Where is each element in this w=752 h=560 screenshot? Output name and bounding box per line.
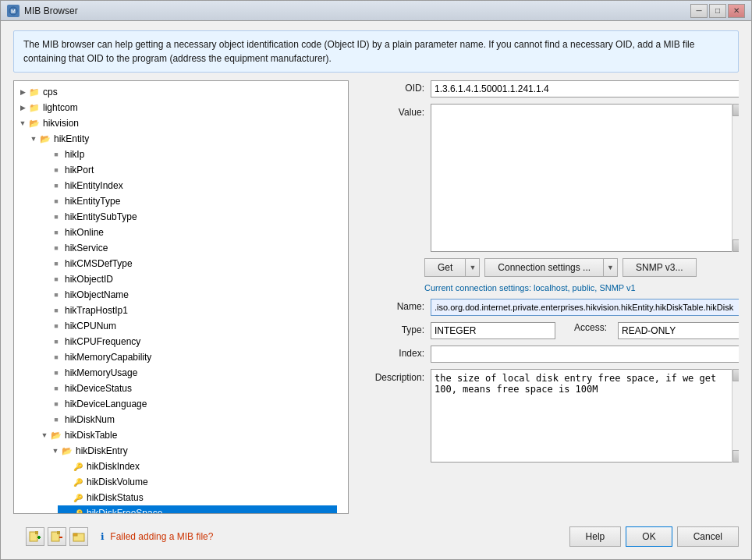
- open-mib-button[interactable]: [69, 527, 88, 546]
- access-input[interactable]: [618, 322, 739, 339]
- get-button[interactable]: Get: [424, 258, 466, 277]
- snmp-v3-button[interactable]: SNMP v3...: [623, 258, 696, 277]
- tree-label-hikdisknum: hikDiskNum: [65, 414, 115, 425]
- access-label: Access:: [574, 322, 607, 333]
- bottom-bar: ℹ Failed adding a MIB file? Help OK Canc…: [13, 522, 739, 550]
- tree-label-hikentitysubtype: hikEntitySubType: [65, 211, 137, 222]
- tree-item-hikdevicelanguage[interactable]: ▶ ■ hikDeviceLanguage: [36, 396, 337, 412]
- desc-scrollbar[interactable]: [732, 369, 739, 463]
- tree-item-hikdiskfreespace[interactable]: ▶ 🔑 hikDiskFreeSpace: [58, 505, 337, 514]
- window-title: MIB Browser: [24, 5, 690, 16]
- tree-item-hikcpufrequency[interactable]: ▶ ■ hikCPUFrequency: [36, 334, 337, 349]
- content-area: The MIB browser can help getting a neces…: [1, 21, 751, 559]
- desc-wrapper: the size of local disk entry free space,…: [431, 369, 739, 463]
- status-message: Failed adding a MIB file?: [110, 531, 213, 542]
- leaf-icon-hikdiskindex: 🔑: [72, 460, 84, 473]
- connection-settings-button[interactable]: Connection settings ...: [484, 258, 604, 277]
- leaf-icon-hikdiskstatus: 🔑: [72, 491, 84, 504]
- tree-item-hikcpunum[interactable]: ▶ ■ hikCPUNum: [36, 318, 337, 334]
- info-bar: The MIB browser can help getting a neces…: [13, 30, 739, 73]
- tree-label-hikentityindex: hikEntityIndex: [65, 180, 123, 191]
- type-access-row: Type: Access:: [358, 322, 739, 339]
- tree-item-lightcom[interactable]: ▶ 📁 lightcom: [14, 100, 337, 115]
- value-scrollbar[interactable]: [732, 104, 739, 252]
- tree-item-hikobjectid[interactable]: ▶ ■ hikObjectID: [36, 271, 337, 287]
- tree-label-hikdevicelanguage: hikDeviceLanguage: [65, 399, 147, 409]
- oid-input[interactable]: [431, 80, 739, 97]
- tree-item-hikmemorycapability[interactable]: ▶ ■ hikMemoryCapability: [36, 349, 337, 365]
- tree-label-hikvision: hikvision: [43, 118, 79, 129]
- tree-item-hikservice[interactable]: ▶ ■ hikService: [36, 240, 337, 256]
- index-input[interactable]: [431, 346, 739, 363]
- tree-item-hiktraphostip1[interactable]: ▶ ■ hikTrapHostIp1: [36, 303, 337, 318]
- value-textarea[interactable]: [431, 104, 739, 252]
- folder-icon-hikentity: 📂: [39, 133, 51, 145]
- leaf-icon-hikentityindex: ■: [50, 179, 62, 192]
- leaf-icon-hiktraphostip1: ■: [50, 304, 62, 317]
- tree-label-hikservice: hikService: [65, 243, 108, 253]
- leaf-icon-hikdevicestatus: ■: [50, 382, 62, 395]
- window-controls: ─ □ ✕: [690, 4, 745, 18]
- tree-label-hikentity: hikEntity: [54, 133, 89, 144]
- tree-item-hikentity[interactable]: ▼ 📂 hikEntity: [25, 131, 337, 147]
- tree-arrow-hikentity: ▼: [28, 133, 39, 144]
- minimize-button[interactable]: ─: [690, 4, 708, 18]
- tree-label-hikmemorycapability: hikMemoryCapability: [65, 352, 151, 363]
- tree-item-hikdisktable[interactable]: ▼ 📂 hikDiskTable: [36, 427, 337, 443]
- tree-label-hikport: hikPort: [65, 165, 94, 175]
- maximize-button[interactable]: □: [709, 4, 726, 18]
- tree-item-hikport[interactable]: ▶ ■ hikPort: [36, 162, 337, 178]
- leaf-icon-hikcpufrequency: ■: [50, 335, 62, 348]
- value-row: Value:: [358, 104, 739, 252]
- connection-info-text: Current connection settings: localhost, …: [424, 283, 636, 292]
- tree-label-hiklp: hikIp: [65, 149, 84, 160]
- help-button[interactable]: Help: [569, 526, 622, 547]
- type-input[interactable]: [431, 322, 555, 339]
- tree-label-hikdisktable: hikDiskTable: [65, 430, 117, 441]
- tree-label-hikdiskstatus: hikDiskStatus: [87, 492, 144, 503]
- tree-item-hikcmsdeftype[interactable]: ▶ ■ hikCMSDefType: [36, 256, 337, 271]
- window-icon: M: [7, 5, 20, 17]
- svg-text:M: M: [11, 9, 16, 14]
- tree-item-cps[interactable]: ▶ 📁 cps: [14, 84, 337, 100]
- leaf-icon-hikcmsdeftype: ■: [50, 257, 62, 270]
- folder-icon-hikvision: 📂: [28, 117, 41, 129]
- leaf-icon-hikdiskfreespace: 🔑: [72, 507, 84, 514]
- tree-item-hikdiskvolume[interactable]: ▶ 🔑 hikDiskVolume: [58, 474, 337, 490]
- dialog-buttons: Help OK Cancel: [569, 526, 739, 547]
- tree-item-hikonline[interactable]: ▶ ■ hikOnline: [36, 225, 337, 240]
- description-textarea[interactable]: the size of local disk entry free space,…: [431, 369, 739, 463]
- tree-item-hikmemoryusage[interactable]: ▶ ■ hikMemoryUsage: [36, 365, 337, 381]
- tree-item-hikvision[interactable]: ▼ 📂 hikvision: [14, 115, 337, 131]
- tree-panel[interactable]: ▶ 📁 cps ▶ 📁 lightcom ▼ 📂 hikvisio: [13, 80, 349, 514]
- tree-item-hiklp[interactable]: ▶ ■ hikIp: [36, 147, 337, 162]
- cancel-button[interactable]: Cancel: [677, 526, 739, 547]
- mib-browser-window: M MIB Browser ─ □ ✕ The MIB browser can …: [0, 0, 752, 560]
- button-row: Get ▼ Connection settings ... ▼ SNMP v3.…: [424, 258, 739, 277]
- remove-icon: [51, 530, 63, 543]
- tree-arrow-cps: ▶: [17, 87, 28, 97]
- remove-mib-button[interactable]: [48, 527, 66, 546]
- name-input[interactable]: [431, 299, 739, 316]
- tree-item-hikdiskentry[interactable]: ▼ 📂 hikDiskEntry: [47, 443, 337, 459]
- index-row: Index:: [358, 346, 739, 363]
- tree-label-hikentitytype: hikEntityType: [65, 196, 120, 207]
- connection-settings-dropdown[interactable]: ▼: [604, 258, 618, 277]
- tree-item-hikdiskstatus[interactable]: ▶ 🔑 hikDiskStatus: [58, 490, 337, 505]
- tree-item-hikentityindex[interactable]: ▶ ■ hikEntityIndex: [36, 178, 337, 193]
- tree-item-hikobjectname[interactable]: ▶ ■ hikObjectName: [36, 287, 337, 303]
- ok-button[interactable]: OK: [626, 526, 672, 547]
- tree-item-hikentitysubtype[interactable]: ▶ ■ hikEntitySubType: [36, 209, 337, 225]
- add-mib-button[interactable]: [26, 527, 44, 546]
- tree-label-hikdiskindex: hikDiskIndex: [87, 461, 140, 472]
- get-dropdown-button[interactable]: ▼: [466, 258, 480, 277]
- svg-rect-10: [73, 533, 77, 536]
- tree-label-hikonline: hikOnline: [65, 227, 104, 238]
- tree-item-hikdisknum[interactable]: ▶ ■ hikDiskNum: [36, 412, 337, 427]
- folder-open-icon: [73, 530, 85, 543]
- tree-item-hikdiskindex[interactable]: ▶ 🔑 hikDiskIndex: [58, 459, 337, 474]
- title-bar: M MIB Browser ─ □ ✕: [1, 1, 751, 21]
- close-button[interactable]: ✕: [728, 4, 745, 18]
- tree-item-hikentitytype[interactable]: ▶ ■ hikEntityType: [36, 193, 337, 209]
- tree-item-hikdevicestatus[interactable]: ▶ ■ hikDeviceStatus: [36, 381, 337, 396]
